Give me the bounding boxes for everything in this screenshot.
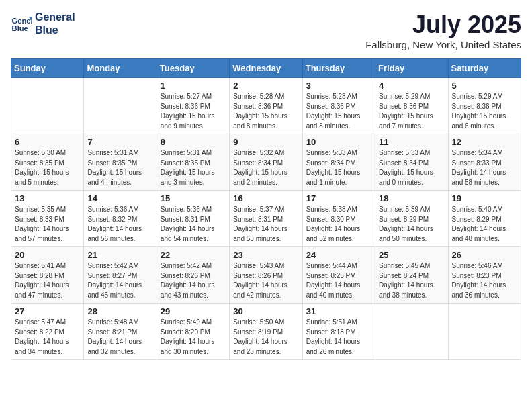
calendar-cell: 21Sunrise: 5:42 AM Sunset: 8:27 PM Dayli… xyxy=(84,247,157,304)
calendar-cell xyxy=(375,304,448,360)
calendar-cell: 29Sunrise: 5:49 AM Sunset: 8:20 PM Dayli… xyxy=(157,304,229,360)
day-info: Sunrise: 5:27 AM Sunset: 8:36 PM Dayligh… xyxy=(161,92,226,131)
calendar-cell: 10Sunrise: 5:33 AM Sunset: 8:34 PM Dayli… xyxy=(302,134,375,191)
calendar-cell: 12Sunrise: 5:34 AM Sunset: 8:33 PM Dayli… xyxy=(448,134,521,191)
weekday-header-saturday: Saturday xyxy=(448,59,521,78)
day-number: 3 xyxy=(306,81,371,91)
calendar-cell: 13Sunrise: 5:35 AM Sunset: 8:33 PM Dayli… xyxy=(11,191,84,247)
calendar-cell: 18Sunrise: 5:39 AM Sunset: 8:29 PM Dayli… xyxy=(375,191,448,247)
day-number: 1 xyxy=(161,81,226,91)
calendar-cell: 6Sunrise: 5:30 AM Sunset: 8:35 PM Daylig… xyxy=(11,134,84,191)
weekday-header-monday: Monday xyxy=(84,59,157,78)
day-info: Sunrise: 5:51 AM Sunset: 8:18 PM Dayligh… xyxy=(306,318,371,357)
day-number: 26 xyxy=(452,250,517,260)
logo-text-blue: Blue xyxy=(35,24,75,36)
day-info: Sunrise: 5:41 AM Sunset: 8:28 PM Dayligh… xyxy=(15,261,80,300)
calendar-cell: 17Sunrise: 5:38 AM Sunset: 8:30 PM Dayli… xyxy=(302,191,375,247)
calendar-cell: 28Sunrise: 5:48 AM Sunset: 8:21 PM Dayli… xyxy=(84,304,157,360)
calendar-cell: 31Sunrise: 5:51 AM Sunset: 8:18 PM Dayli… xyxy=(302,304,375,360)
calendar-cell: 11Sunrise: 5:33 AM Sunset: 8:34 PM Dayli… xyxy=(375,134,448,191)
logo-text-general: General xyxy=(35,11,75,24)
calendar-cell: 4Sunrise: 5:29 AM Sunset: 8:36 PM Daylig… xyxy=(375,78,448,134)
day-info: Sunrise: 5:33 AM Sunset: 8:34 PM Dayligh… xyxy=(306,148,371,187)
calendar-cell xyxy=(84,78,157,134)
calendar-cell: 22Sunrise: 5:42 AM Sunset: 8:26 PM Dayli… xyxy=(157,247,229,304)
calendar-cell: 23Sunrise: 5:43 AM Sunset: 8:26 PM Dayli… xyxy=(230,247,302,304)
day-number: 12 xyxy=(452,137,517,147)
day-number: 28 xyxy=(87,306,152,316)
day-info: Sunrise: 5:42 AM Sunset: 8:27 PM Dayligh… xyxy=(87,261,152,300)
day-number: 30 xyxy=(233,306,298,316)
day-info: Sunrise: 5:35 AM Sunset: 8:33 PM Dayligh… xyxy=(15,205,80,244)
calendar-cell: 26Sunrise: 5:46 AM Sunset: 8:23 PM Dayli… xyxy=(448,247,521,304)
day-info: Sunrise: 5:40 AM Sunset: 8:29 PM Dayligh… xyxy=(452,205,517,244)
day-info: Sunrise: 5:46 AM Sunset: 8:23 PM Dayligh… xyxy=(452,261,517,300)
day-info: Sunrise: 5:50 AM Sunset: 8:19 PM Dayligh… xyxy=(233,318,298,357)
day-info: Sunrise: 5:28 AM Sunset: 8:36 PM Dayligh… xyxy=(233,92,298,131)
calendar-cell xyxy=(11,78,84,134)
day-info: Sunrise: 5:38 AM Sunset: 8:30 PM Dayligh… xyxy=(306,205,371,244)
weekday-header-friday: Friday xyxy=(375,59,448,78)
calendar-cell: 27Sunrise: 5:47 AM Sunset: 8:22 PM Dayli… xyxy=(11,304,84,360)
day-number: 11 xyxy=(379,137,444,147)
week-row-2: 6Sunrise: 5:30 AM Sunset: 8:35 PM Daylig… xyxy=(11,134,521,191)
day-info: Sunrise: 5:48 AM Sunset: 8:21 PM Dayligh… xyxy=(87,318,152,357)
day-info: Sunrise: 5:34 AM Sunset: 8:33 PM Dayligh… xyxy=(452,148,517,187)
weekday-header-row: SundayMondayTuesdayWednesdayThursdayFrid… xyxy=(11,59,521,78)
day-number: 29 xyxy=(161,306,226,316)
day-info: Sunrise: 5:39 AM Sunset: 8:29 PM Dayligh… xyxy=(379,205,444,244)
logo-icon: General Blue xyxy=(11,13,32,34)
calendar-cell: 30Sunrise: 5:50 AM Sunset: 8:19 PM Dayli… xyxy=(230,304,302,360)
calendar-body: 1Sunrise: 5:27 AM Sunset: 8:36 PM Daylig… xyxy=(11,78,521,360)
day-number: 20 xyxy=(15,250,80,260)
calendar-cell: 14Sunrise: 5:36 AM Sunset: 8:32 PM Dayli… xyxy=(84,191,157,247)
day-info: Sunrise: 5:36 AM Sunset: 8:32 PM Dayligh… xyxy=(87,205,152,244)
week-row-5: 27Sunrise: 5:47 AM Sunset: 8:22 PM Dayli… xyxy=(11,304,521,360)
day-info: Sunrise: 5:29 AM Sunset: 8:36 PM Dayligh… xyxy=(452,92,517,131)
day-number: 14 xyxy=(87,193,152,203)
day-number: 5 xyxy=(452,81,517,91)
day-info: Sunrise: 5:47 AM Sunset: 8:22 PM Dayligh… xyxy=(15,318,80,357)
weekday-header-thursday: Thursday xyxy=(302,59,375,78)
day-number: 23 xyxy=(233,250,298,260)
day-number: 4 xyxy=(379,81,444,91)
day-info: Sunrise: 5:45 AM Sunset: 8:24 PM Dayligh… xyxy=(379,261,444,300)
calendar-cell: 15Sunrise: 5:36 AM Sunset: 8:31 PM Dayli… xyxy=(157,191,229,247)
day-info: Sunrise: 5:49 AM Sunset: 8:20 PM Dayligh… xyxy=(161,318,226,357)
day-info: Sunrise: 5:33 AM Sunset: 8:34 PM Dayligh… xyxy=(379,148,444,187)
weekday-header-wednesday: Wednesday xyxy=(230,59,302,78)
day-number: 15 xyxy=(161,193,226,203)
day-info: Sunrise: 5:28 AM Sunset: 8:36 PM Dayligh… xyxy=(306,92,371,131)
day-info: Sunrise: 5:36 AM Sunset: 8:31 PM Dayligh… xyxy=(161,205,226,244)
calendar-cell: 16Sunrise: 5:37 AM Sunset: 8:31 PM Dayli… xyxy=(230,191,302,247)
day-number: 25 xyxy=(379,250,444,260)
weekday-header-sunday: Sunday xyxy=(11,59,84,78)
day-number: 7 xyxy=(87,137,152,147)
day-number: 24 xyxy=(306,250,371,260)
day-number: 6 xyxy=(15,137,80,147)
day-info: Sunrise: 5:29 AM Sunset: 8:36 PM Dayligh… xyxy=(379,92,444,131)
calendar-cell: 25Sunrise: 5:45 AM Sunset: 8:24 PM Dayli… xyxy=(375,247,448,304)
calendar-cell xyxy=(448,304,521,360)
calendar-cell: 2Sunrise: 5:28 AM Sunset: 8:36 PM Daylig… xyxy=(230,78,302,134)
calendar-cell: 19Sunrise: 5:40 AM Sunset: 8:29 PM Dayli… xyxy=(448,191,521,247)
page-header: General Blue General Blue July 2025 Fall… xyxy=(11,11,521,50)
calendar-cell: 5Sunrise: 5:29 AM Sunset: 8:36 PM Daylig… xyxy=(448,78,521,134)
day-number: 13 xyxy=(15,193,80,203)
calendar-cell: 3Sunrise: 5:28 AM Sunset: 8:36 PM Daylig… xyxy=(302,78,375,134)
day-number: 8 xyxy=(161,137,226,147)
calendar-cell: 8Sunrise: 5:31 AM Sunset: 8:35 PM Daylig… xyxy=(157,134,229,191)
day-info: Sunrise: 5:31 AM Sunset: 8:35 PM Dayligh… xyxy=(161,148,226,187)
calendar-cell: 1Sunrise: 5:27 AM Sunset: 8:36 PM Daylig… xyxy=(157,78,229,134)
day-info: Sunrise: 5:43 AM Sunset: 8:26 PM Dayligh… xyxy=(233,261,298,300)
day-info: Sunrise: 5:31 AM Sunset: 8:35 PM Dayligh… xyxy=(87,148,152,187)
day-number: 17 xyxy=(306,193,371,203)
day-info: Sunrise: 5:42 AM Sunset: 8:26 PM Dayligh… xyxy=(161,261,226,300)
svg-text:Blue: Blue xyxy=(12,24,28,32)
week-row-3: 13Sunrise: 5:35 AM Sunset: 8:33 PM Dayli… xyxy=(11,191,521,247)
day-number: 22 xyxy=(161,250,226,260)
day-number: 19 xyxy=(452,193,517,203)
weekday-header-tuesday: Tuesday xyxy=(157,59,229,78)
calendar-cell: 24Sunrise: 5:44 AM Sunset: 8:25 PM Dayli… xyxy=(302,247,375,304)
logo: General Blue General Blue xyxy=(11,11,75,36)
